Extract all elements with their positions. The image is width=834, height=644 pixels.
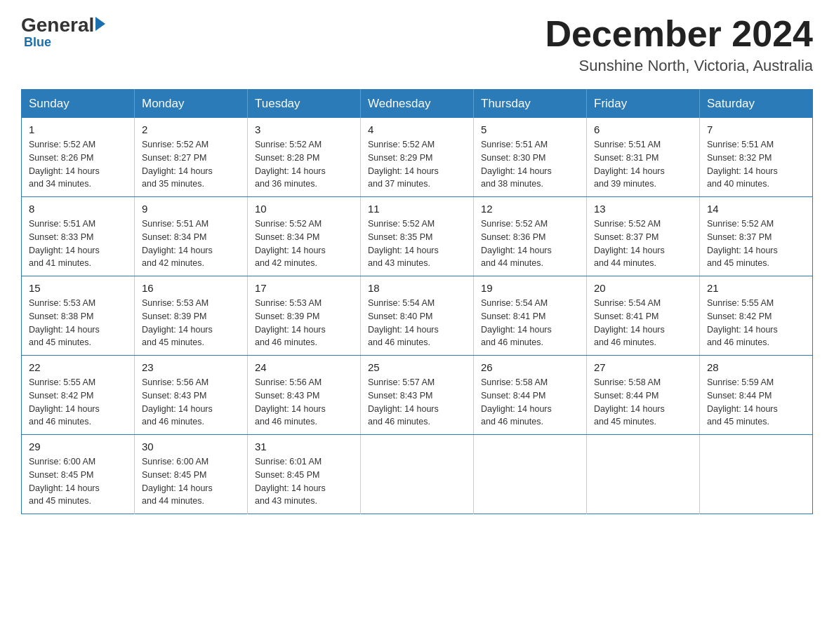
day-number: 25	[368, 361, 466, 373]
table-row: 23 Sunrise: 5:56 AMSunset: 8:43 PMDaylig…	[135, 356, 248, 435]
header-friday: Friday	[587, 90, 700, 119]
day-info: Sunrise: 5:51 AMSunset: 8:34 PMDaylight:…	[142, 219, 213, 268]
table-row: 18 Sunrise: 5:54 AMSunset: 8:40 PMDaylig…	[361, 276, 474, 356]
day-number: 22	[29, 361, 127, 373]
day-number: 31	[255, 441, 353, 452]
table-row	[700, 435, 813, 514]
day-info: Sunrise: 5:53 AMSunset: 8:39 PMDaylight:…	[255, 298, 326, 347]
table-row: 11 Sunrise: 5:52 AMSunset: 8:35 PMDaylig…	[361, 197, 474, 276]
table-row: 17 Sunrise: 5:53 AMSunset: 8:39 PMDaylig…	[248, 276, 361, 356]
day-number: 23	[142, 361, 240, 373]
day-number: 14	[707, 203, 805, 215]
day-info: Sunrise: 5:55 AMSunset: 8:42 PMDaylight:…	[29, 377, 100, 427]
calendar-week-row: 22 Sunrise: 5:55 AMSunset: 8:42 PMDaylig…	[22, 356, 813, 435]
calendar-week-row: 1 Sunrise: 5:52 AMSunset: 8:26 PMDayligh…	[22, 118, 813, 197]
table-row: 30 Sunrise: 6:00 AMSunset: 8:45 PMDaylig…	[135, 435, 248, 514]
table-row: 16 Sunrise: 5:53 AMSunset: 8:39 PMDaylig…	[135, 276, 248, 356]
day-number: 9	[142, 203, 240, 215]
table-row: 1 Sunrise: 5:52 AMSunset: 8:26 PMDayligh…	[22, 118, 135, 197]
table-row: 26 Sunrise: 5:58 AMSunset: 8:44 PMDaylig…	[474, 356, 587, 435]
table-row: 6 Sunrise: 5:51 AMSunset: 8:31 PMDayligh…	[587, 118, 700, 197]
day-info: Sunrise: 5:51 AMSunset: 8:33 PMDaylight:…	[29, 219, 100, 268]
calendar-header-row: Sunday Monday Tuesday Wednesday Thursday…	[22, 90, 813, 119]
table-row: 10 Sunrise: 5:52 AMSunset: 8:34 PMDaylig…	[248, 197, 361, 276]
day-info: Sunrise: 5:59 AMSunset: 8:44 PMDaylight:…	[707, 377, 778, 427]
table-row: 31 Sunrise: 6:01 AMSunset: 8:45 PMDaylig…	[248, 435, 361, 514]
day-number: 7	[707, 123, 805, 135]
day-info: Sunrise: 5:54 AMSunset: 8:41 PMDaylight:…	[594, 298, 665, 347]
logo-arrow-icon	[95, 17, 105, 31]
header-monday: Monday	[135, 90, 248, 119]
day-info: Sunrise: 5:55 AMSunset: 8:42 PMDaylight:…	[707, 298, 778, 347]
table-row: 7 Sunrise: 5:51 AMSunset: 8:32 PMDayligh…	[700, 118, 813, 197]
day-info: Sunrise: 5:52 AMSunset: 8:28 PMDaylight:…	[255, 140, 326, 189]
day-number: 16	[142, 282, 240, 294]
day-number: 19	[481, 282, 579, 294]
table-row: 24 Sunrise: 5:56 AMSunset: 8:43 PMDaylig…	[248, 356, 361, 435]
header-wednesday: Wednesday	[361, 90, 474, 119]
table-row: 4 Sunrise: 5:52 AMSunset: 8:29 PMDayligh…	[361, 118, 474, 197]
day-info: Sunrise: 5:56 AMSunset: 8:43 PMDaylight:…	[255, 377, 326, 427]
day-info: Sunrise: 5:54 AMSunset: 8:40 PMDaylight:…	[368, 298, 439, 347]
day-info: Sunrise: 5:52 AMSunset: 8:37 PMDaylight:…	[707, 219, 778, 268]
header-tuesday: Tuesday	[248, 90, 361, 119]
day-info: Sunrise: 5:52 AMSunset: 8:35 PMDaylight:…	[368, 219, 439, 268]
day-number: 3	[255, 123, 353, 135]
day-number: 29	[29, 441, 127, 452]
calendar-week-row: 8 Sunrise: 5:51 AMSunset: 8:33 PMDayligh…	[22, 197, 813, 276]
calendar-week-row: 15 Sunrise: 5:53 AMSunset: 8:38 PMDaylig…	[22, 276, 813, 356]
table-row	[474, 435, 587, 514]
header-saturday: Saturday	[700, 90, 813, 119]
day-info: Sunrise: 5:53 AMSunset: 8:38 PMDaylight:…	[29, 298, 100, 347]
table-row: 3 Sunrise: 5:52 AMSunset: 8:28 PMDayligh…	[248, 118, 361, 197]
day-info: Sunrise: 5:57 AMSunset: 8:43 PMDaylight:…	[368, 377, 439, 427]
logo-blue-text: Blue	[24, 35, 51, 50]
day-info: Sunrise: 5:53 AMSunset: 8:39 PMDaylight:…	[142, 298, 213, 347]
table-row	[587, 435, 700, 514]
logo-general-text: General	[21, 14, 94, 36]
table-row: 27 Sunrise: 5:58 AMSunset: 8:44 PMDaylig…	[587, 356, 700, 435]
day-number: 20	[594, 282, 692, 294]
day-number: 26	[481, 361, 579, 373]
day-number: 28	[707, 361, 805, 373]
day-number: 24	[255, 361, 353, 373]
day-number: 10	[255, 203, 353, 215]
day-number: 1	[29, 123, 127, 135]
table-row: 22 Sunrise: 5:55 AMSunset: 8:42 PMDaylig…	[22, 356, 135, 435]
table-row: 8 Sunrise: 5:51 AMSunset: 8:33 PMDayligh…	[22, 197, 135, 276]
day-info: Sunrise: 5:58 AMSunset: 8:44 PMDaylight:…	[481, 377, 552, 427]
table-row: 13 Sunrise: 5:52 AMSunset: 8:37 PMDaylig…	[587, 197, 700, 276]
day-number: 30	[142, 441, 240, 452]
day-number: 18	[368, 282, 466, 294]
day-info: Sunrise: 5:51 AMSunset: 8:32 PMDaylight:…	[707, 140, 778, 189]
calendar-table: Sunday Monday Tuesday Wednesday Thursday…	[21, 89, 813, 514]
day-number: 4	[368, 123, 466, 135]
table-row: 14 Sunrise: 5:52 AMSunset: 8:37 PMDaylig…	[700, 197, 813, 276]
logo: General Blue	[21, 14, 105, 50]
day-number: 13	[594, 203, 692, 215]
day-info: Sunrise: 6:01 AMSunset: 8:45 PMDaylight:…	[255, 457, 326, 506]
table-row: 9 Sunrise: 5:51 AMSunset: 8:34 PMDayligh…	[135, 197, 248, 276]
calendar-week-row: 29 Sunrise: 6:00 AMSunset: 8:45 PMDaylig…	[22, 435, 813, 514]
calendar-subtitle: Sunshine North, Victoria, Australia	[545, 57, 813, 75]
day-number: 2	[142, 123, 240, 135]
header-thursday: Thursday	[474, 90, 587, 119]
day-info: Sunrise: 5:51 AMSunset: 8:31 PMDaylight:…	[594, 140, 665, 189]
day-number: 6	[594, 123, 692, 135]
day-info: Sunrise: 5:56 AMSunset: 8:43 PMDaylight:…	[142, 377, 213, 427]
day-info: Sunrise: 5:58 AMSunset: 8:44 PMDaylight:…	[594, 377, 665, 427]
day-number: 27	[594, 361, 692, 373]
day-info: Sunrise: 5:52 AMSunset: 8:36 PMDaylight:…	[481, 219, 552, 268]
day-number: 11	[368, 203, 466, 215]
title-area: December 2024 Sunshine North, Victoria, …	[545, 14, 813, 75]
day-info: Sunrise: 6:00 AMSunset: 8:45 PMDaylight:…	[29, 457, 100, 506]
day-number: 5	[481, 123, 579, 135]
day-info: Sunrise: 5:52 AMSunset: 8:29 PMDaylight:…	[368, 140, 439, 189]
table-row: 12 Sunrise: 5:52 AMSunset: 8:36 PMDaylig…	[474, 197, 587, 276]
day-number: 12	[481, 203, 579, 215]
table-row: 2 Sunrise: 5:52 AMSunset: 8:27 PMDayligh…	[135, 118, 248, 197]
table-row: 15 Sunrise: 5:53 AMSunset: 8:38 PMDaylig…	[22, 276, 135, 356]
header-sunday: Sunday	[22, 90, 135, 119]
day-info: Sunrise: 5:52 AMSunset: 8:37 PMDaylight:…	[594, 219, 665, 268]
day-info: Sunrise: 6:00 AMSunset: 8:45 PMDaylight:…	[142, 457, 213, 506]
